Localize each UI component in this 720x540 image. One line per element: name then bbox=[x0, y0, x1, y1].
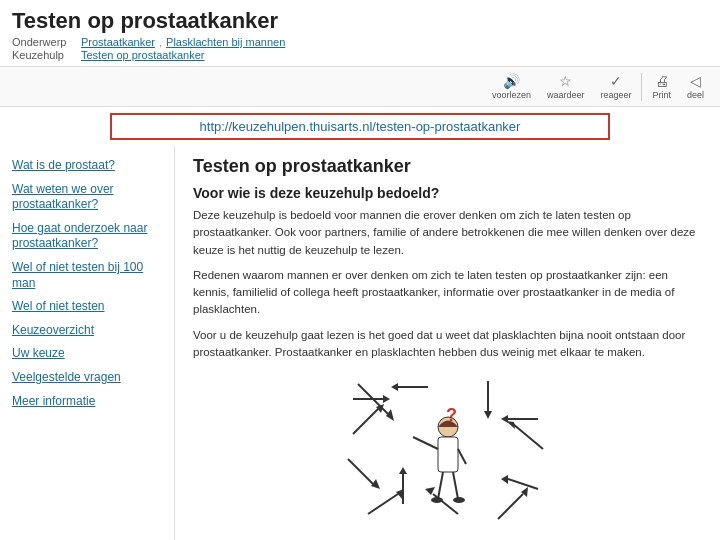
svg-line-14 bbox=[498, 494, 523, 519]
sidebar-item-welniet[interactable]: Wel of niet testen bbox=[10, 295, 174, 319]
svg-line-30 bbox=[438, 472, 443, 499]
svg-line-12 bbox=[508, 479, 538, 489]
page-header: Testen op prostaatkanker Onderwerp Prost… bbox=[0, 0, 720, 67]
waardeer-button[interactable]: ☆ waardeer bbox=[539, 71, 593, 102]
sidebar-item-info[interactable]: Meer informatie bbox=[10, 390, 174, 414]
reageer-button[interactable]: ✓ reageer bbox=[592, 71, 639, 102]
main-layout: Wat is de prostaat? Wat weten we over pr… bbox=[0, 146, 720, 540]
svg-point-32 bbox=[431, 497, 443, 503]
svg-point-33 bbox=[453, 497, 465, 503]
toolbar: 🔊 voorlezen ☆ waardeer ✓ reageer 🖨 Print… bbox=[0, 67, 720, 107]
main-content: Testen op prostaatkanker Voor wie is dez… bbox=[175, 146, 720, 540]
content-heading: Testen op prostaatkanker bbox=[193, 156, 702, 177]
figure-area: ? bbox=[193, 369, 702, 529]
svg-line-28 bbox=[413, 437, 438, 449]
toolbar-divider bbox=[641, 73, 642, 101]
print-button[interactable]: 🖨 Print bbox=[644, 71, 679, 102]
voorlezen-icon: 🔊 bbox=[503, 73, 520, 89]
print-label: Print bbox=[652, 90, 671, 100]
figure-arrows-svg: ? bbox=[338, 369, 558, 529]
deel-button[interactable]: ◁ deel bbox=[679, 71, 712, 102]
svg-text:?: ? bbox=[446, 405, 457, 425]
svg-marker-23 bbox=[399, 467, 407, 474]
content-paragraph-2: Redenen waarom mannen er over denken om … bbox=[193, 267, 702, 319]
url-bar[interactable]: http://keuzehulpen.thuisarts.nl/testen-o… bbox=[110, 113, 610, 140]
breadcrumb-label-onderwerp: Onderwerp bbox=[12, 36, 77, 48]
sidebar: Wat is de prostaat? Wat weten we over pr… bbox=[0, 146, 175, 540]
sidebar-item-100man[interactable]: Wel of niet testen bij 100 man bbox=[10, 256, 174, 295]
reageer-icon: ✓ bbox=[610, 73, 622, 89]
sidebar-item-prostaat[interactable]: Wat is de prostaat? bbox=[10, 154, 174, 178]
svg-line-24 bbox=[433, 494, 458, 514]
svg-marker-3 bbox=[386, 409, 394, 421]
page-title: Testen op prostaatkanker bbox=[12, 8, 708, 34]
sidebar-item-weten[interactable]: Wat weten we over prostaatkanker? bbox=[10, 178, 174, 217]
breadcrumb-keuzehulp: Keuzehulp Testen op prostaatkanker bbox=[12, 49, 708, 61]
sidebar-item-onderzoek[interactable]: Hoe gaat onderzoek naar prostaatkanker? bbox=[10, 217, 174, 256]
svg-line-31 bbox=[453, 472, 458, 499]
waardeer-label: waardeer bbox=[547, 90, 585, 100]
content-paragraph-3: Voor u de keuzehulp gaat lezen is het go… bbox=[193, 327, 702, 362]
breadcrumb-link-prostaatkanker[interactable]: Prostaatkanker bbox=[81, 36, 155, 48]
svg-line-18 bbox=[348, 459, 373, 484]
waardeer-icon: ☆ bbox=[559, 73, 572, 89]
svg-marker-5 bbox=[391, 383, 398, 391]
sidebar-item-faq[interactable]: Veelgestelde vragen bbox=[10, 366, 174, 390]
svg-marker-13 bbox=[501, 475, 508, 484]
sidebar-item-uwkeuze[interactable]: Uw keuze bbox=[10, 342, 174, 366]
breadcrumb-label-keuzehulp: Keuzehulp bbox=[12, 49, 77, 61]
url-bar-wrapper: http://keuzehulpen.thuisarts.nl/testen-o… bbox=[0, 107, 720, 146]
sidebar-item-keuzeoverzicht[interactable]: Keuzeoverzicht bbox=[10, 319, 174, 343]
svg-marker-7 bbox=[484, 411, 492, 419]
voorlezen-button[interactable]: 🔊 voorlezen bbox=[484, 71, 539, 102]
svg-line-29 bbox=[458, 449, 466, 464]
deel-label: deel bbox=[687, 90, 704, 100]
breadcrumb-link-keuzehulp[interactable]: Testen op prostaatkanker bbox=[81, 49, 205, 61]
svg-marker-1 bbox=[383, 395, 390, 403]
content-subheading: Voor wie is deze keuzehulp bedoeld? bbox=[193, 185, 702, 201]
svg-rect-27 bbox=[438, 437, 458, 472]
reageer-label: reageer bbox=[600, 90, 631, 100]
deel-icon: ◁ bbox=[690, 73, 701, 89]
breadcrumb-onderwerp: Onderwerp Prostaatkanker , Plasklachten … bbox=[12, 36, 708, 48]
voorlezen-label: voorlezen bbox=[492, 90, 531, 100]
content-paragraph-1: Deze keuzehulp is bedoeld voor mannen di… bbox=[193, 207, 702, 259]
breadcrumb-link-plasklachten[interactable]: Plasklachten bij mannen bbox=[166, 36, 285, 48]
print-icon: 🖨 bbox=[655, 73, 669, 89]
svg-line-16 bbox=[368, 494, 398, 514]
svg-line-20 bbox=[353, 409, 378, 434]
svg-line-10 bbox=[513, 424, 543, 449]
